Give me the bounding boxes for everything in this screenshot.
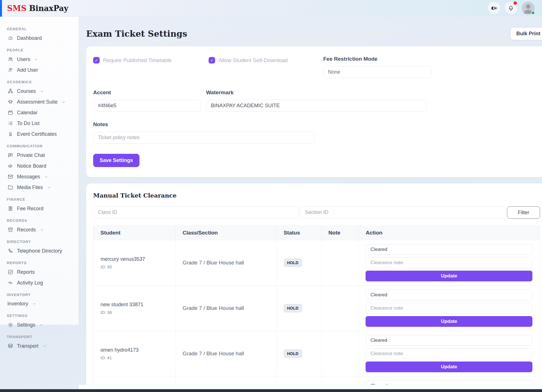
sidebar-section-label-inventory: INVENTORY [7, 293, 76, 297]
sidebar-item-label: Event Certificates [17, 131, 57, 137]
clearance-table: StudentClass/SectionStatusNoteAction mer… [93, 225, 540, 392]
column-header-class-section: Class/Section [175, 226, 276, 240]
sidebar-item-add-user[interactable]: Add User [7, 65, 76, 75]
sidebar-nav: GENERALDashboardPEOPLEUsersAdd UserACADE… [0, 17, 79, 325]
save-settings-button[interactable]: Save Settings [93, 154, 139, 167]
sidebar-item-label: Media Files [17, 185, 43, 190]
student-id: ID: 41 [100, 355, 175, 360]
sidebar-item-inventory[interactable]: Inventory [7, 299, 76, 309]
calendar-icon [7, 110, 14, 116]
chevron-down-icon [47, 185, 51, 190]
watermark-input[interactable] [206, 100, 427, 112]
sidebar-item-settings[interactable]: Settings [7, 319, 76, 330]
sidebar-item-event-certificates[interactable]: Event Certificates [7, 129, 76, 139]
update-button[interactable]: Update [366, 271, 532, 281]
sidebar-section-label-directory: DIRECTORY [7, 240, 76, 244]
sidebar-item-media-files[interactable]: Media Files [7, 182, 76, 193]
table-body: mercury venus3537ID: 35Grade 7 / Blue Ho… [93, 240, 540, 392]
page: SMS BinaxPay [0, 0, 542, 392]
clearance-status-select[interactable]: Cleared [366, 335, 532, 346]
sidebar-item-label: Dashboard [17, 35, 42, 41]
class-section-text: Grade 7 / Blue House hall [183, 351, 244, 356]
chevron-down-icon [34, 57, 38, 62]
sidebar-item-courses[interactable]: Courses [7, 86, 76, 97]
self-download-checkbox[interactable]: ✓ [209, 57, 215, 63]
clearance-note-input[interactable] [366, 257, 532, 268]
sidebar-section-label-transport: TRANSPORT [7, 335, 76, 339]
sidebar-item-records[interactable]: Records [7, 224, 76, 235]
sidebar-section-label-people: PEOPLE [7, 48, 76, 52]
sidebar-section-label-settings: SETTINGS [7, 314, 76, 318]
sidebar-item-fee-record[interactable]: Fee Record [7, 203, 76, 214]
section-id-input[interactable] [300, 206, 505, 218]
require-timetable-label: Require Published Timetable [103, 57, 172, 63]
user-avatar[interactable] [522, 2, 535, 15]
clearance-note-input[interactable] [366, 348, 532, 359]
accent-input[interactable] [93, 100, 201, 112]
sidebar-item-label: Messages [17, 174, 40, 180]
app-logo[interactable]: SMS BinaxPay [7, 4, 68, 13]
table-row: omen hydro4173ID: 41Grade 7 / Blue House… [93, 331, 540, 376]
fee-restriction-select[interactable]: None [323, 66, 431, 78]
class-id-input[interactable] [93, 206, 298, 218]
online-status-dot [531, 11, 535, 15]
sidebar-item-label: Fee Record [17, 206, 43, 212]
update-button[interactable]: Update [366, 316, 532, 327]
table-row: new student 33871ID: 38Grade 7 / Blue Ho… [93, 286, 540, 331]
dashboard-icon [7, 35, 14, 41]
courses-icon [7, 88, 14, 94]
bulk-print-button[interactable]: Bulk Print [510, 27, 542, 40]
clearance-note-input[interactable] [366, 303, 532, 314]
require-timetable-checkbox[interactable]: ✓ [93, 57, 100, 63]
student-name: omen hydro4173 [100, 347, 175, 353]
sidebar-item-notice-board[interactable]: Notice Board [7, 161, 76, 171]
sidebar-item-label: Add User [17, 67, 38, 73]
fee-record-icon [7, 205, 14, 212]
sidebar-item-assessment-suite[interactable]: Assessment Suite [7, 97, 76, 107]
sidebar-item-messages[interactable]: Messages [7, 171, 76, 182]
filter-button[interactable]: Filter [507, 206, 540, 219]
class-section-text: Grade 7 / Blue House hall [183, 260, 244, 266]
sidebar-item-private-chat[interactable]: Private Chat [7, 150, 76, 161]
sidebar-item-calendar[interactable]: Calendar [7, 107, 76, 118]
notes-input[interactable] [93, 132, 314, 144]
sidebar-section-label-reports: REPORTS [7, 261, 76, 265]
table-row: mercury venus3537ID: 35Grade 7 / Blue Ho… [93, 240, 540, 286]
sidebar-item-to-do-list[interactable]: To Do List [7, 118, 76, 129]
theme-toggle-icon [490, 5, 498, 12]
update-button[interactable]: Update [366, 362, 532, 372]
chat-icon [7, 152, 14, 158]
certificate-icon [7, 131, 14, 137]
gear-icon [7, 322, 14, 328]
bell-icon [508, 5, 514, 11]
manual-ticket-clearance-card: Manual Ticket Clearance Filter StudentCl… [86, 183, 542, 392]
status-badge: HOLD [284, 349, 302, 358]
sidebar-item-reports[interactable]: Reports [7, 267, 76, 277]
sidebar-item-users[interactable]: Users [7, 54, 76, 65]
accent-label: Accent [93, 89, 201, 96]
chevron-down-icon [40, 89, 44, 93]
page-title: Exam Ticket Settings [86, 29, 187, 39]
chevron-down-icon [44, 175, 48, 179]
sidebar-item-label: Private Chat [17, 152, 45, 158]
clearance-filters: Filter [93, 206, 540, 219]
column-header-student: Student [93, 226, 176, 240]
theme-toggle-button[interactable] [488, 2, 500, 14]
app-shell: GENERALDashboardPEOPLEUsersAdd UserACADE… [0, 17, 542, 392]
sidebar-item-activity-log[interactable]: Activity Log [7, 277, 76, 288]
sidebar-section-label-finance: FINANCE [7, 197, 76, 202]
column-header-status: Status [276, 226, 321, 240]
sidebar-item-telephone-directory[interactable]: Telephone Directory [7, 246, 76, 256]
clearance-status-select[interactable]: Cleared [366, 290, 532, 300]
sidebar-item-transport[interactable]: Transport [7, 341, 76, 351]
records-icon [7, 227, 14, 233]
table-header-row: StudentClass/SectionStatusNoteAction [93, 226, 540, 240]
sidebar-item-dashboard[interactable]: Dashboard [7, 33, 76, 43]
status-badge: HOLD [284, 259, 302, 267]
chevron-down-icon [40, 228, 44, 232]
chevron-down-icon [39, 323, 43, 327]
clearance-status-select[interactable]: Cleared [366, 244, 532, 255]
sidebar-item-label: Transport [17, 343, 38, 349]
notifications-button[interactable] [505, 2, 517, 14]
main-content: Exam Ticket Settings Bulk Print ✓ Requir… [79, 17, 542, 392]
